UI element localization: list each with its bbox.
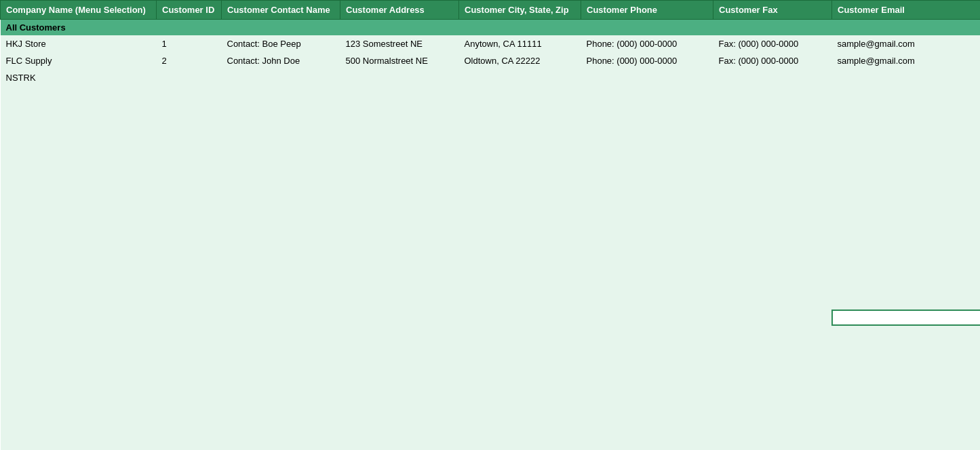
- header-address[interactable]: Customer Address: [340, 1, 459, 20]
- empty-cell: [713, 400, 832, 415]
- empty-cell: [713, 176, 832, 191]
- empty-cell: [459, 191, 581, 206]
- empty-row: [1, 250, 981, 265]
- empty-cell: [713, 86, 832, 101]
- cell-address: 123 Somestreet NE: [340, 35, 459, 52]
- cell-company: NSTRK: [1, 69, 157, 86]
- cell-fax: [713, 69, 832, 86]
- empty-cell: [832, 385, 981, 400]
- empty-cell: [340, 161, 459, 176]
- empty-cell: [1, 101, 157, 116]
- empty-cell: [713, 265, 832, 280]
- empty-row: [1, 280, 981, 295]
- header-city[interactable]: Customer City, State, Zip: [459, 1, 581, 20]
- empty-cell: [581, 355, 713, 370]
- empty-cell: [713, 430, 832, 445]
- empty-cell: [832, 280, 981, 295]
- empty-cell: [459, 295, 581, 310]
- empty-row: [1, 355, 981, 370]
- empty-cell: [713, 131, 832, 146]
- empty-cell: [1, 280, 157, 295]
- empty-cell: [157, 370, 222, 385]
- cell-company: FLC Supply: [1, 52, 157, 69]
- empty-cell: [222, 445, 340, 450]
- empty-cell: [157, 385, 222, 400]
- empty-cell: [222, 161, 340, 176]
- header-email[interactable]: Customer Email: [832, 1, 981, 20]
- empty-cell: [1, 415, 157, 430]
- empty-cell: [222, 221, 340, 236]
- cell-city: Oldtown, CA 22222: [459, 52, 581, 69]
- empty-cell: [713, 445, 832, 450]
- empty-row: [1, 370, 981, 385]
- cell-company: HKJ Store: [1, 35, 157, 52]
- empty-cell: [340, 191, 459, 206]
- empty-cell: [832, 400, 981, 415]
- empty-cell: [157, 325, 222, 340]
- empty-cell: [340, 415, 459, 430]
- empty-cell: [832, 161, 981, 176]
- table-row[interactable]: FLC Supply2Contact: John Doe500 Normalst…: [1, 52, 981, 69]
- empty-cell: [832, 146, 981, 161]
- empty-cell: [581, 176, 713, 191]
- empty-cell: [157, 146, 222, 161]
- header-company[interactable]: Company Name (Menu Selection): [1, 1, 157, 20]
- empty-cell: [459, 101, 581, 116]
- empty-cell: [459, 236, 581, 250]
- empty-cell: [581, 295, 713, 310]
- empty-cell: [222, 355, 340, 370]
- empty-cell: [713, 191, 832, 206]
- empty-cell: [713, 310, 832, 325]
- empty-cell: [459, 385, 581, 400]
- empty-cell: [581, 430, 713, 445]
- empty-cell: [832, 310, 981, 325]
- cell-id: [157, 69, 222, 86]
- empty-cell: [713, 101, 832, 116]
- empty-cell: [157, 355, 222, 370]
- empty-cell: [340, 221, 459, 236]
- empty-cell: [581, 101, 713, 116]
- empty-cell: [459, 250, 581, 265]
- empty-cell: [581, 310, 713, 325]
- empty-cell: [581, 445, 713, 450]
- empty-cell: [1, 221, 157, 236]
- cell-email: sample@gmail.com: [832, 35, 981, 52]
- empty-cell: [713, 340, 832, 355]
- empty-cell: [713, 280, 832, 295]
- cell-phone: [581, 69, 713, 86]
- empty-cell: [157, 221, 222, 236]
- empty-cell: [832, 415, 981, 430]
- empty-cell: [340, 176, 459, 191]
- empty-cell: [581, 325, 713, 340]
- empty-cell: [1, 116, 157, 131]
- header-fax[interactable]: Customer Fax: [713, 1, 832, 20]
- empty-cell: [157, 400, 222, 415]
- empty-row: [1, 116, 981, 131]
- empty-cell: [832, 295, 981, 310]
- empty-cell: [832, 325, 981, 340]
- empty-row: [1, 415, 981, 430]
- empty-cell: [713, 370, 832, 385]
- empty-cell: [459, 280, 581, 295]
- empty-cell: [222, 385, 340, 400]
- empty-cell: [340, 131, 459, 146]
- empty-cell: [222, 250, 340, 265]
- empty-cell: [581, 161, 713, 176]
- empty-cell: [222, 146, 340, 161]
- empty-cell: [157, 445, 222, 450]
- table-row[interactable]: HKJ Store1Contact: Boe Peep123 Somestree…: [1, 35, 981, 52]
- empty-cell: [222, 400, 340, 415]
- header-phone[interactable]: Customer Phone: [581, 1, 713, 20]
- empty-cell: [1, 355, 157, 370]
- header-contact[interactable]: Customer Contact Name: [222, 1, 340, 20]
- cell-email: sample@gmail.com: [832, 52, 981, 69]
- empty-cell: [1, 236, 157, 250]
- empty-cell: [581, 370, 713, 385]
- header-id[interactable]: Customer ID: [157, 1, 222, 20]
- table-row[interactable]: NSTRK: [1, 69, 981, 86]
- empty-cell: [459, 146, 581, 161]
- empty-cell: [581, 191, 713, 206]
- empty-cell: [157, 161, 222, 176]
- empty-cell: [832, 265, 981, 280]
- empty-row: [1, 295, 981, 310]
